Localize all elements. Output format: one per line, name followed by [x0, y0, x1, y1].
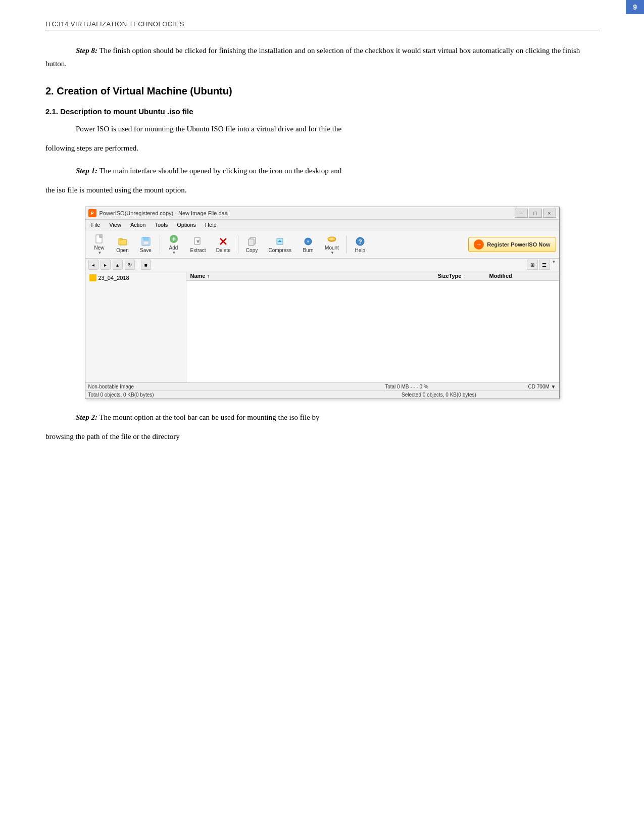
- help-label: Help: [355, 248, 366, 253]
- mount-label: Mount: [325, 245, 339, 251]
- svg-text:?: ?: [358, 238, 362, 246]
- svg-point-21: [330, 238, 333, 240]
- window-controls[interactable]: – □ ×: [515, 209, 556, 218]
- burn-label: Burn: [303, 248, 314, 253]
- extract-button[interactable]: Extract: [186, 234, 211, 255]
- step8-label: Step 8:: [76, 46, 97, 55]
- menubar: File View Action Tools Options Help: [85, 220, 559, 230]
- poweriso-window: P PowerISO(Unregistered copy) - New Imag…: [85, 207, 560, 399]
- menu-action[interactable]: Action: [126, 221, 150, 229]
- statusbar: Non-bootable Image Total 0 MB - - - 0 % …: [85, 382, 559, 390]
- svg-rect-3: [119, 238, 122, 240]
- new-button[interactable]: New ▼: [88, 232, 111, 257]
- svg-rect-14: [249, 239, 254, 246]
- toolbar-sep-3: [346, 235, 346, 254]
- window-sidebar: 23_04_2018: [85, 271, 186, 382]
- file-header-row: Name ↑ Size Type Modified: [186, 271, 559, 281]
- burn-icon: [303, 236, 314, 247]
- new-label: New: [94, 245, 104, 251]
- add-dropdown-arrow: ▼: [172, 251, 176, 255]
- nav-refresh-button[interactable]: ↻: [125, 260, 135, 270]
- step8-text: Step 8: The finish option should be clic…: [45, 44, 599, 70]
- svg-point-18: [307, 240, 309, 242]
- menu-file[interactable]: File: [87, 221, 105, 229]
- help-button[interactable]: ? Help: [349, 234, 371, 255]
- step8-content: The finish option should be clicked for …: [45, 46, 580, 68]
- page-number: 9: [626, 0, 644, 14]
- status-capacity[interactable]: CD 700M ▼: [516, 384, 556, 389]
- copy-icon: [246, 236, 258, 247]
- window-title-area: P PowerISO(Unregistered copy) - New Imag…: [88, 209, 228, 217]
- sidebar-item-folder[interactable]: 23_04_2018: [85, 273, 186, 282]
- mount-icon: [326, 233, 337, 244]
- step1-content: The main interface should be opened by c…: [99, 167, 341, 175]
- help-icon: ?: [355, 236, 366, 247]
- delete-icon: [218, 236, 229, 247]
- view-dropdown-arrow[interactable]: ▼: [552, 260, 556, 270]
- burn-button[interactable]: Burn: [297, 234, 319, 255]
- svg-rect-5: [143, 237, 148, 240]
- svg-rect-2: [119, 239, 127, 245]
- add-icon: +: [168, 233, 179, 244]
- delete-button[interactable]: Delete: [212, 234, 235, 255]
- save-icon: [140, 236, 152, 247]
- view-large-icons-button[interactable]: ⊞: [527, 260, 538, 270]
- intro-paragraph-cont: following steps are performed.: [45, 142, 599, 155]
- nav-back-button[interactable]: ◂: [88, 260, 98, 270]
- col-size[interactable]: Size: [409, 273, 449, 279]
- document-header: ITC314 VIRTUALIZATION TECHNOLOGIES: [45, 20, 599, 30]
- statusbar2: Total 0 objects, 0 KB(0 bytes) Selected …: [85, 390, 559, 399]
- mount-button[interactable]: Mount ▼: [320, 232, 343, 257]
- view-list-button[interactable]: ☰: [539, 260, 550, 270]
- svg-rect-6: [143, 241, 148, 244]
- section2-heading: 2. Creation of Virtual Machine (Ubuntu): [45, 85, 599, 97]
- step1-text: Step 1: The main interface should be ope…: [45, 165, 599, 178]
- col-type[interactable]: Type: [449, 273, 489, 279]
- delete-label: Delete: [216, 248, 231, 253]
- open-label: Open: [116, 248, 128, 253]
- folder-icon: [89, 274, 96, 281]
- status2-selected: Selected 0 objects, 0 KB(0 bytes): [322, 392, 556, 398]
- col-modified[interactable]: Modified: [489, 273, 555, 279]
- window-title-text: PowerISO(Unregistered copy) - New Image …: [100, 210, 228, 216]
- extract-label: Extract: [190, 248, 206, 253]
- add-label: Add: [169, 245, 178, 251]
- nav-forward-button[interactable]: ▸: [101, 260, 111, 270]
- new-dropdown-arrow: ▼: [98, 251, 102, 255]
- menu-help[interactable]: Help: [201, 221, 221, 229]
- section21-heading: 2.1. Description to mount Ubuntu .iso fi…: [45, 107, 599, 116]
- menu-view[interactable]: View: [105, 221, 125, 229]
- poweriso-icon: P: [88, 209, 96, 217]
- nav-up-button[interactable]: ▴: [113, 260, 123, 270]
- register-label: Register PowerISO Now: [487, 241, 550, 248]
- toolbar-nav: ◂ ▸ ▴ ↻ ■ ⊞ ☰ ▼: [85, 259, 559, 271]
- minimize-button[interactable]: –: [515, 209, 528, 218]
- nav-stop-button[interactable]: ■: [141, 260, 151, 270]
- status2-objects: Total 0 objects, 0 KB(0 bytes): [88, 392, 322, 398]
- add-button[interactable]: + Add ▼: [163, 232, 185, 257]
- status-total: Total 0 MB - - - 0 %: [302, 384, 512, 389]
- step2-text: Step 2: The mount option at the tool bar…: [45, 411, 599, 424]
- menu-tools[interactable]: Tools: [151, 221, 172, 229]
- toolbar-sep-1: [160, 235, 160, 254]
- toolbar: New ▼ Open: [85, 230, 559, 259]
- register-button[interactable]: → Register PowerISO Now: [468, 237, 556, 252]
- save-button[interactable]: Save: [135, 234, 157, 255]
- compress-icon: [274, 236, 285, 247]
- step1-label: Step 1:: [76, 167, 97, 175]
- close-button[interactable]: ×: [543, 209, 556, 218]
- step2-content: The mount option at the tool bar can be …: [99, 413, 319, 421]
- compress-button[interactable]: Compress: [264, 234, 296, 255]
- copy-button[interactable]: Copy: [241, 234, 263, 255]
- open-button[interactable]: Open: [112, 234, 134, 255]
- restore-button[interactable]: □: [529, 209, 542, 218]
- step1-cont: the iso file is mounted using the mount …: [45, 184, 599, 197]
- save-label: Save: [140, 248, 152, 253]
- toolbar-sep-2: [238, 235, 238, 254]
- open-icon: [117, 236, 128, 247]
- view-toggle-buttons: ⊞ ☰ ▼: [527, 260, 556, 270]
- window-titlebar: P PowerISO(Unregistered copy) - New Imag…: [85, 207, 559, 220]
- menu-options[interactable]: Options: [173, 221, 200, 229]
- status-image-type: Non-bootable Image: [88, 384, 298, 389]
- col-name[interactable]: Name ↑: [190, 273, 409, 279]
